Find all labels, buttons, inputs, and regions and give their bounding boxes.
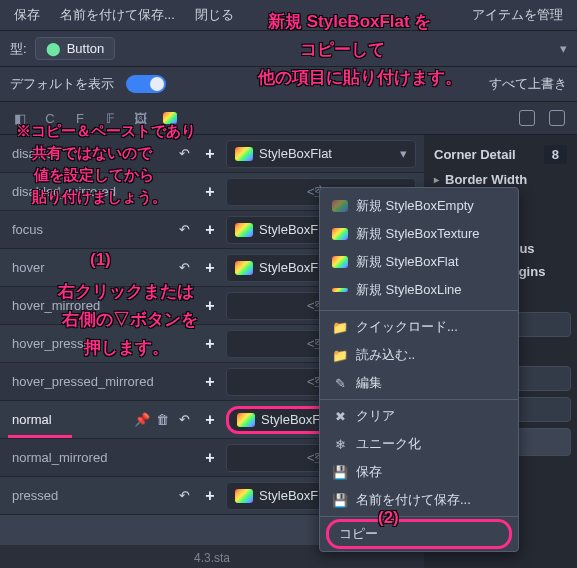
folder-icon: 📁: [332, 347, 348, 363]
save-button[interactable]: 保存: [8, 4, 46, 26]
stylebox-icon: [235, 147, 253, 161]
corner-detail-row[interactable]: Corner Detail 8: [424, 141, 577, 168]
filter-fontsize-icon[interactable]: 𝔽: [100, 108, 120, 128]
pin-icon[interactable]: 📌: [134, 412, 150, 428]
tool-icon-b[interactable]: [547, 108, 567, 128]
prop-hover-pressed: hover_pressed: [8, 336, 200, 351]
menu-quickload[interactable]: 📁クイックロード...: [320, 313, 518, 341]
type-label: 型:: [10, 40, 27, 58]
type-value: Button: [67, 41, 105, 56]
main-toolbar: 保存 名前を付けて保存... 閉じる アイテムを管理: [0, 0, 577, 31]
menu-clear[interactable]: ✖クリア: [320, 402, 518, 430]
revert-icon[interactable]: ↶: [174, 410, 194, 430]
manage-items-button[interactable]: アイテムを管理: [466, 4, 569, 26]
corner-detail-value[interactable]: 8: [544, 145, 567, 164]
add-button[interactable]: +: [200, 372, 220, 392]
menu-unique[interactable]: ❄ユニーク化: [320, 430, 518, 458]
menu-new-styleboxline[interactable]: 新規 StyleBoxLine: [320, 276, 518, 304]
menu-new-styleboxflat[interactable]: 新規 StyleBoxFlat: [320, 248, 518, 276]
show-defaults-toggle[interactable]: [126, 75, 166, 93]
prop-normal: normal: [8, 412, 134, 427]
close-button[interactable]: 閉じる: [189, 4, 240, 26]
stylebox-icon: [235, 489, 253, 503]
filter-font-icon[interactable]: F: [70, 108, 90, 128]
show-defaults-label: デフォルトを表示: [10, 75, 114, 93]
add-button[interactable]: +: [200, 486, 220, 506]
prop-normal-mirrored: normal_mirrored: [8, 450, 200, 465]
chevron-down-icon[interactable]: ▾: [560, 41, 567, 56]
slot-disabled[interactable]: StyleBoxFlat ▾: [226, 140, 416, 168]
revert-icon[interactable]: ↶: [174, 220, 194, 240]
menu-copy[interactable]: コピー: [326, 519, 512, 549]
menu-saveas[interactable]: 💾名前を付けて保存...: [320, 486, 518, 514]
prop-disabled: disabled: [8, 146, 174, 161]
highlight-underline: [8, 435, 72, 438]
add-button[interactable]: +: [200, 258, 220, 278]
prop-focus: focus: [8, 222, 174, 237]
revert-icon[interactable]: ↶: [174, 486, 194, 506]
prop-disabled-mirrored: disabled_mirrored: [8, 184, 200, 199]
save-icon: 💾: [332, 464, 348, 480]
save-icon: 💾: [332, 492, 348, 508]
add-button[interactable]: +: [200, 334, 220, 354]
trash-icon[interactable]: 🗑: [154, 412, 170, 428]
stylebox-icon: [235, 261, 253, 275]
menu-save[interactable]: 💾保存: [320, 458, 518, 486]
revert-icon[interactable]: ↶: [174, 258, 194, 278]
overwrite-all-button[interactable]: すべて上書き: [489, 75, 567, 93]
prop-hover: hover: [8, 260, 174, 275]
defaults-row: デフォルトを表示 すべて上書き: [0, 67, 577, 102]
resource-context-menu: 新規 StyleBoxEmpty 新規 StyleBoxTexture 新規 S…: [319, 187, 519, 552]
menu-load[interactable]: 📁読み込む..: [320, 341, 518, 369]
stylebox-icon: [235, 223, 253, 237]
add-button[interactable]: +: [200, 144, 220, 164]
type-row: 型: ⬤ Button ▾: [0, 31, 577, 67]
stylebox-icon: [237, 413, 255, 427]
add-button[interactable]: +: [200, 296, 220, 316]
pencil-icon: ✎: [332, 375, 348, 391]
revert-icon[interactable]: ↶: [174, 144, 194, 164]
folder-icon: 📁: [332, 319, 348, 335]
tool-icon-a[interactable]: [517, 108, 537, 128]
saveas-button[interactable]: 名前を付けて保存...: [54, 4, 181, 26]
menu-new-styleboxempty[interactable]: 新規 StyleBoxEmpty: [320, 192, 518, 220]
filter-const-icon[interactable]: C: [40, 108, 60, 128]
add-button[interactable]: +: [200, 182, 220, 202]
type-select[interactable]: ⬤ Button: [35, 37, 116, 60]
prop-hover-pressed-mirrored: hover_pressed_mirrored: [8, 374, 200, 389]
menu-new-styleboxtexture[interactable]: 新規 StyleBoxTexture: [320, 220, 518, 248]
unique-icon: ❄: [332, 436, 348, 452]
add-button[interactable]: +: [200, 410, 220, 430]
menu-edit[interactable]: ✎編集: [320, 369, 518, 397]
filter-stylebox-icon[interactable]: [160, 108, 180, 128]
filter-icon-row: ◧ C F 𝔽 🖼: [0, 102, 577, 135]
add-button[interactable]: +: [200, 220, 220, 240]
chevron-down-icon[interactable]: ▾: [400, 146, 407, 161]
prop-pressed: pressed: [8, 488, 174, 503]
clear-icon: ✖: [332, 408, 348, 424]
filter-color-icon[interactable]: ◧: [10, 108, 30, 128]
filter-image-icon[interactable]: 🖼: [130, 108, 150, 128]
add-button[interactable]: +: [200, 448, 220, 468]
prop-hover-mirrored: hover_mirrored: [8, 298, 200, 313]
